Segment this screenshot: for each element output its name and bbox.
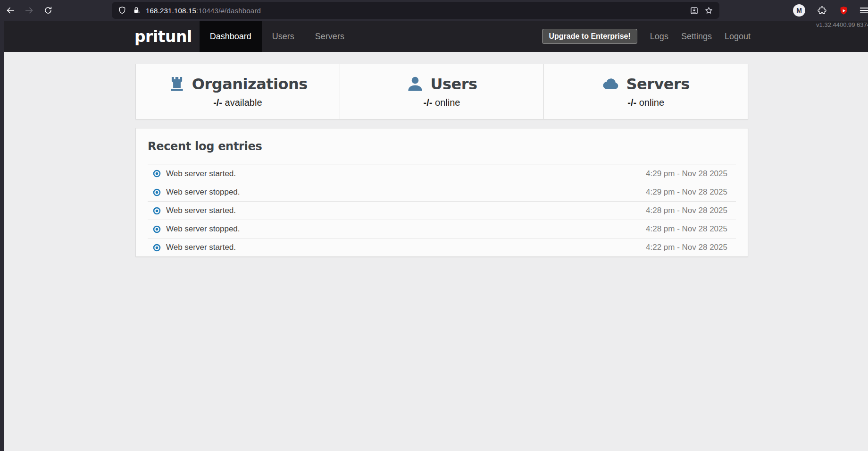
- avatar-letter: M: [796, 7, 802, 14]
- stat-title: Servers: [626, 75, 689, 93]
- bookmark-star-icon: [704, 6, 714, 16]
- save-page-icon: [689, 6, 699, 16]
- stat-title-row: Organizations: [168, 75, 308, 93]
- stat-label: online: [639, 97, 664, 108]
- log-message: Web server started.: [166, 169, 236, 179]
- url-path: :10443/#/dashboard: [196, 7, 261, 15]
- menu-button[interactable]: [857, 3, 868, 17]
- navbar-container: pritunl Dashboard Users Servers Upgrade …: [134, 21, 751, 52]
- log-row: Web server started. 4:28 pm - Nov 28 202…: [148, 201, 736, 220]
- stat-card-users: Users -/- online: [340, 64, 544, 119]
- stat-subtitle: -/- available: [213, 97, 262, 108]
- dot-circle-icon: [152, 206, 161, 215]
- log-message: Web server started.: [166, 206, 236, 215]
- user-icon: [406, 75, 424, 93]
- extensions-button[interactable]: [814, 3, 829, 17]
- save-page-button[interactable]: [689, 6, 699, 16]
- stat-title: Organizations: [192, 75, 308, 93]
- stat-card-organizations: Organizations -/- available: [136, 64, 340, 119]
- log-row: Web server stopped. 4:29 pm - Nov 28 202…: [148, 183, 736, 201]
- reload-icon: [43, 6, 53, 15]
- stat-title-row: Users: [406, 75, 477, 93]
- dot-circle-icon: [152, 243, 161, 252]
- window-edge: [0, 21, 4, 451]
- adblock-shield-icon: [838, 5, 849, 16]
- upgrade-enterprise-button[interactable]: Upgrade to Enterprise!: [542, 29, 637, 44]
- stat-subtitle: -/- online: [627, 97, 664, 108]
- adblock-button[interactable]: [836, 3, 851, 17]
- tab-dashboard[interactable]: Dashboard: [200, 21, 262, 52]
- log-message: Web server stopped.: [166, 224, 240, 234]
- chess-rook-icon: [168, 75, 186, 93]
- log-message: Web server started.: [166, 243, 236, 252]
- stat-card-servers: Servers -/- online: [543, 64, 748, 119]
- dot-circle-icon: [152, 188, 161, 197]
- navbar-right: Upgrade to Enterprise! Logs Settings Log…: [542, 21, 751, 52]
- stat-count: -/-: [213, 97, 222, 108]
- menu-hamburger-icon: [859, 5, 868, 16]
- url-text[interactable]: 168.231.108.15:10443/#/dashboard: [146, 7, 261, 15]
- log-row: Web server started. 4:22 pm - Nov 28 202…: [148, 238, 736, 256]
- pritunl-logo[interactable]: pritunl: [134, 27, 192, 46]
- tab-label: Servers: [315, 32, 344, 42]
- app-navbar: pritunl Dashboard Users Servers Upgrade …: [0, 21, 868, 52]
- recent-logs-title: Recent log entries: [136, 128, 748, 164]
- stat-count: -/-: [424, 97, 433, 108]
- log-message: Web server stopped.: [166, 187, 240, 197]
- url-host: 168.231.108.15: [146, 7, 196, 15]
- dot-circle-icon: [152, 169, 161, 178]
- log-timestamp: 4:29 pm - Nov 28 2025: [646, 187, 736, 197]
- log-timestamp: 4:29 pm - Nov 28 2025: [646, 169, 736, 179]
- insecure-lock-icon[interactable]: [132, 6, 141, 15]
- nav-link-logout[interactable]: Logout: [725, 32, 751, 42]
- browser-toolbar: 168.231.108.15:10443/#/dashboard M: [0, 0, 868, 21]
- back-arrow-icon: [5, 5, 16, 16]
- stat-subtitle: -/- online: [424, 97, 460, 108]
- stat-label: available: [225, 97, 262, 108]
- nav-link-settings[interactable]: Settings: [681, 32, 712, 42]
- bookmark-star-button[interactable]: [704, 6, 714, 16]
- extensions-puzzle-icon: [817, 6, 827, 16]
- stat-title: Users: [430, 75, 477, 93]
- account-avatar[interactable]: M: [793, 4, 805, 17]
- version-text: v1.32.4400.99 6374: [816, 21, 868, 28]
- stats-row: Organizations -/- available Users -/- on…: [135, 64, 748, 119]
- stat-label: online: [435, 97, 460, 108]
- reload-button[interactable]: [41, 3, 56, 17]
- tab-servers[interactable]: Servers: [305, 21, 355, 52]
- log-timestamp: 4:22 pm - Nov 28 2025: [646, 243, 736, 252]
- log-timestamp: 4:28 pm - Nov 28 2025: [646, 206, 736, 215]
- tracking-shield-icon[interactable]: [117, 6, 127, 15]
- dot-circle-icon: [152, 225, 161, 234]
- back-button[interactable]: [3, 3, 18, 17]
- forward-arrow-icon: [24, 5, 34, 16]
- tab-label: Dashboard: [210, 32, 251, 42]
- nav-link-logs[interactable]: Logs: [650, 32, 668, 42]
- tab-users[interactable]: Users: [262, 21, 305, 52]
- stat-title-row: Servers: [602, 75, 689, 93]
- cloud-icon: [602, 75, 620, 93]
- recent-logs-panel: Recent log entries Web server started. 4…: [135, 128, 748, 257]
- log-list: Web server started. 4:29 pm - Nov 28 202…: [148, 164, 736, 256]
- log-timestamp: 4:28 pm - Nov 28 2025: [646, 224, 736, 234]
- log-row: Web server stopped. 4:28 pm - Nov 28 202…: [148, 220, 736, 238]
- stat-count: -/-: [627, 97, 636, 108]
- log-row: Web server started. 4:29 pm - Nov 28 202…: [148, 164, 736, 183]
- url-bar[interactable]: 168.231.108.15:10443/#/dashboard: [112, 2, 719, 19]
- tab-label: Users: [272, 32, 294, 42]
- forward-button[interactable]: [22, 3, 37, 17]
